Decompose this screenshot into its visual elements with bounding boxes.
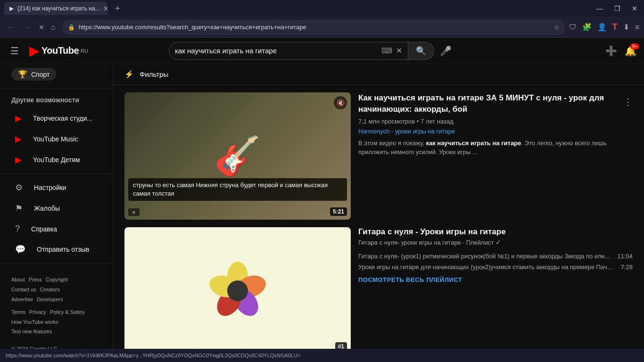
footer-advertise[interactable]: Advertise: [11, 295, 33, 304]
address-bar[interactable]: 🔒 https://www.youtube.com/results?search…: [62, 20, 565, 35]
footer-privacy[interactable]: Privacy: [29, 307, 46, 317]
maximize-button[interactable]: ❒: [611, 4, 623, 13]
sidebar-item-kids[interactable]: ▶ YouTube Детям: [4, 150, 109, 170]
back-button[interactable]: ←: [5, 21, 18, 33]
video-result-2-inner: #1 Гитара с нуля - Уроки игры на гитаре …: [124, 227, 633, 354]
video-result-1: 🎸 🔇 струны то есть самая Нижняя струна б…: [124, 92, 633, 220]
filters-bar: ⚡ Фильтры: [113, 64, 644, 85]
menu-hamburger-button[interactable]: ☰: [8, 42, 22, 59]
youtube-region-label: RU: [81, 48, 88, 54]
flag-icon: ⚑: [15, 203, 23, 214]
search-bar: ⌨ ✕ 🔍 🎤: [169, 42, 452, 60]
settings-label: Настройки: [34, 184, 66, 191]
footer-about[interactable]: About: [11, 275, 25, 285]
browser-toolbar: ← → ✕ ⌂ 🔒 https://www.youtube.com/result…: [0, 17, 644, 38]
menu-icon[interactable]: ≡: [635, 23, 639, 32]
more-options-button-1[interactable]: ⋮: [623, 96, 633, 107]
close-button[interactable]: ✕: [629, 4, 640, 13]
extensions-icon[interactable]: 🧩: [582, 23, 592, 32]
video-desc-1: В этом видео я покажу, как научиться игр…: [358, 139, 633, 157]
playlist-item-1-duration: 11:04: [617, 253, 633, 260]
sidebar-item-report[interactable]: ⚑ Жалобы: [4, 198, 109, 218]
search-button[interactable]: 🔍: [408, 42, 434, 60]
footer-developers[interactable]: Developers: [37, 295, 63, 304]
sidebar-item-help[interactable]: ? Справка: [4, 219, 109, 239]
video-age-1: 7 лет назад: [421, 118, 454, 125]
playlist-thumb-image: [124, 227, 351, 354]
filters-label[interactable]: Фильтры: [140, 70, 168, 78]
footer-press[interactable]: Press: [29, 275, 42, 285]
video-meta-1: 7,1 млн просмотров • 7 лет назад: [358, 118, 633, 125]
watch-playlist-button[interactable]: ПОСМОТРЕТЬ ВЕСЬ ПЛЕЙЛИСТ: [358, 276, 633, 283]
footer-test-features[interactable]: Test new features: [11, 327, 52, 337]
letter-icon[interactable]: T: [612, 22, 618, 32]
bookmark-icon[interactable]: ☆: [554, 24, 560, 31]
video-thumbnail-2[interactable]: #1: [124, 227, 351, 354]
music-icon: ▶: [15, 134, 22, 144]
video-title-1[interactable]: Как научиться играть на гитаре ЗА 5 МИНУ…: [358, 92, 633, 115]
youtube-logo[interactable]: ▶ YouTube RU: [29, 43, 88, 58]
playlist-item-1[interactable]: Гитара с нуля- (урок1) ритмический рисун…: [358, 251, 633, 262]
studio-icon: ▶: [15, 113, 22, 123]
footer-row-1: About Press Copyright: [11, 275, 101, 285]
window-controls: — ❒ ✕: [594, 4, 640, 13]
lock-icon: 🔒: [68, 24, 75, 31]
footer-how-yt-works[interactable]: How YouTube works: [11, 317, 58, 327]
video-result-2: #1 Гитара с нуля - Уроки игры на гитаре …: [124, 227, 633, 354]
video-dot: •: [417, 118, 421, 125]
new-tab-button[interactable]: +: [111, 3, 124, 15]
video-info-1: Как научиться играть на гитаре ЗА 5 МИНУ…: [358, 92, 633, 220]
download-icon[interactable]: ⬇: [623, 23, 629, 32]
clear-search-button[interactable]: ✕: [396, 46, 402, 55]
playlist-title-2[interactable]: Гитара с нуля - Уроки игры на гитаре: [358, 227, 633, 237]
desc-bold-1: как научиться играть на гитаре: [426, 140, 521, 147]
shield-icon[interactable]: 🛡: [569, 23, 577, 32]
tab-favicon: ▶: [9, 5, 14, 12]
footer-row-5: How YouTube works: [11, 317, 101, 327]
footer-copyright[interactable]: Copyright: [46, 275, 68, 285]
playlist-channel-2: Гитара с нуля- уроки игры на гитаре · Пл…: [358, 239, 633, 246]
reload-button[interactable]: ✕: [39, 24, 44, 31]
footer-creators[interactable]: Creators: [40, 285, 60, 295]
footer-contact[interactable]: Contact us: [11, 285, 36, 295]
captions-icon: ≡: [128, 208, 140, 216]
search-results-list: 🎸 🔇 струны то есть самая Нижняя струна б…: [113, 85, 644, 362]
notification-badge: 9+: [630, 43, 639, 49]
sidebar-item-music[interactable]: ▶ YouTube Music: [4, 129, 109, 149]
forward-button[interactable]: →: [22, 21, 35, 33]
video-duration-1: 5:21: [330, 207, 347, 216]
home-button[interactable]: ⌂: [48, 21, 58, 33]
sidebar-item-studio[interactable]: ▶ Творческая студи...: [4, 108, 109, 128]
footer-row-6: Test new features: [11, 327, 101, 337]
profile-icon[interactable]: 👤: [597, 23, 607, 32]
filters-icon: ⚡: [124, 70, 134, 79]
sidebar-item-sport[interactable]: 🏆 Спорт: [11, 68, 56, 81]
playlist-channel-text[interactable]: Гитара с нуля- уроки игры на гитаре · Пл…: [358, 239, 494, 246]
footer-terms[interactable]: Terms: [11, 307, 25, 317]
help-icon: ?: [15, 224, 20, 234]
browser-tab[interactable]: ▶ (214) как научиться играть на... ✕: [4, 2, 107, 15]
footer-row-2: Contact us Creators: [11, 285, 101, 295]
keyboard-icon[interactable]: ⌨: [381, 46, 392, 55]
sidebar: 🏆 Спорт Другие возможности ▶ Творческая …: [0, 64, 113, 362]
create-button[interactable]: ➕: [605, 45, 617, 57]
footer-policy-safety[interactable]: Policy & Safety: [50, 307, 85, 317]
video-thumbnail-1[interactable]: 🎸 🔇 струны то есть самая Нижняя струна б…: [124, 92, 351, 220]
sidebar-item-settings[interactable]: ⚙ Настройки: [4, 178, 109, 197]
report-label: Жалобы: [34, 205, 60, 212]
sidebar-item-feedback[interactable]: 💬 Отправить отзыв: [4, 239, 109, 259]
sidebar-section-other: Другие возможности: [0, 92, 113, 107]
minimize-button[interactable]: —: [594, 4, 606, 13]
subtitle-overlay: струны то есть самая Нижняя струна будет…: [128, 178, 347, 201]
tab-close-button[interactable]: ✕: [103, 5, 107, 12]
video-views-1: 7,1 млн просмотров: [358, 118, 415, 125]
sport-label: Спорт: [31, 71, 50, 78]
voice-search-button[interactable]: 🎤: [440, 45, 452, 57]
mute-icon[interactable]: 🔇: [334, 96, 347, 109]
channel-name-1[interactable]: Harmonych - уроки игры на гитаре: [358, 128, 633, 135]
search-input[interactable]: [175, 47, 381, 55]
svg-point-5: [227, 280, 248, 301]
video-result-1-inner: 🎸 🔇 струны то есть самая Нижняя струна б…: [124, 92, 633, 220]
notifications-button[interactable]: 🔔 9+: [625, 45, 636, 57]
playlist-item-2[interactable]: Уроки игры на гитаре для начинающих (уро…: [358, 262, 633, 272]
